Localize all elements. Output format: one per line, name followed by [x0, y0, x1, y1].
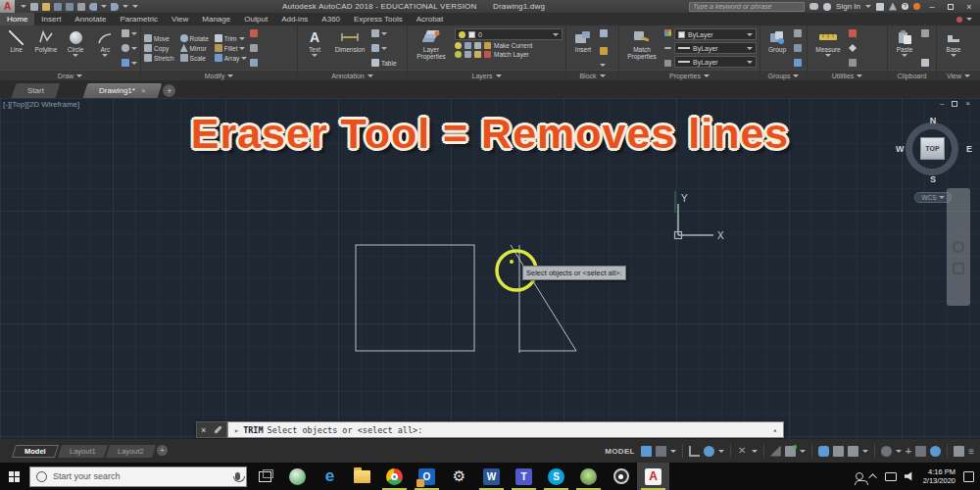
measure-tool[interactable]: Measure	[810, 27, 846, 69]
panel-label-modify[interactable]: Modify	[141, 70, 297, 80]
make-current-label[interactable]: Make Current	[494, 42, 532, 49]
stretch-tool[interactable]: Stretch	[144, 54, 174, 62]
navigation-wheel-icon[interactable]	[953, 197, 964, 209]
layer-off-icon[interactable]	[455, 42, 462, 49]
ungroup-icon[interactable]	[794, 29, 802, 37]
line-tool[interactable]: Line	[3, 27, 29, 69]
measure-caret-icon[interactable]	[825, 54, 831, 57]
open-icon[interactable]	[42, 3, 50, 11]
rectangle-object[interactable]	[356, 245, 474, 351]
text-caret-icon[interactable]	[312, 54, 318, 57]
mirror-tool[interactable]: Mirror	[180, 44, 209, 52]
rectangle-icon[interactable]	[122, 29, 129, 37]
autodesk-a-icon[interactable]	[889, 3, 897, 11]
taskbar-app-outlook[interactable]: O	[411, 463, 443, 490]
paste-caret-icon[interactable]	[902, 54, 907, 57]
save-icon[interactable]	[54, 3, 62, 11]
polar-caret-icon[interactable]	[718, 450, 724, 453]
taskbar-search[interactable]	[29, 466, 247, 487]
minimize-button[interactable]: –	[925, 1, 939, 12]
panel-label-properties[interactable]: Properties	[619, 70, 760, 80]
move-tool[interactable]: Move	[144, 34, 174, 42]
ribbon-tab-express-tools[interactable]: Express Tools	[347, 13, 410, 25]
notification-dot-icon[interactable]	[913, 3, 920, 10]
dimension-tool[interactable]: Dimension	[331, 27, 368, 69]
ribbon-tab-manage[interactable]: Manage	[195, 13, 237, 25]
arc-caret-icon[interactable]	[102, 54, 108, 57]
trim-tool[interactable]: Trim	[215, 34, 248, 42]
linetype-dropdown[interactable]: ByLayer	[674, 56, 757, 68]
plot-icon[interactable]	[77, 3, 85, 11]
task-view-icon[interactable]	[259, 471, 271, 482]
hatch-icon[interactable]	[122, 59, 129, 67]
group-selection-icon[interactable]	[794, 59, 802, 67]
layer-match-icon[interactable]	[484, 51, 491, 58]
redo-caret-icon[interactable]	[122, 5, 128, 8]
color-wheel-icon[interactable]	[664, 29, 671, 36]
showmotion-icon[interactable]	[953, 285, 964, 297]
volume-icon[interactable]	[905, 471, 915, 481]
fillet-caret-icon[interactable]	[239, 47, 245, 50]
drawing-canvas[interactable]: [-][Top][2D Wireframe] – × Eraser Tool =…	[0, 98, 980, 439]
undo-caret-icon[interactable]	[101, 5, 107, 8]
linetype-list-icon[interactable]	[664, 60, 671, 67]
command-history-caret-icon[interactable]: ▴	[773, 426, 777, 434]
edit-block-icon[interactable]	[600, 47, 608, 55]
offset-icon[interactable]	[250, 59, 258, 67]
linear-dimension-icon[interactable]	[371, 29, 379, 37]
people-tray-icon[interactable]	[856, 472, 863, 480]
base-tool[interactable]: Base	[940, 27, 967, 69]
hatch-caret-icon[interactable]	[131, 62, 137, 65]
file-tab-drawing1[interactable]: Drawing1* ×	[82, 83, 161, 98]
new-drawing-tab-button[interactable]: +	[163, 84, 175, 97]
ortho-mode-icon[interactable]	[689, 446, 700, 457]
file-tab-close-icon[interactable]: ×	[141, 86, 146, 95]
panel-label-draw[interactable]: Draw	[0, 70, 140, 80]
ellipse-caret-icon[interactable]	[131, 47, 137, 50]
orbit-icon[interactable]	[953, 263, 964, 274]
text-tool[interactable]: A Text	[301, 27, 328, 69]
sign-in-link[interactable]: Sign In	[836, 2, 860, 11]
model-space-label[interactable]: MODEL	[605, 447, 634, 456]
panel-label-view[interactable]: View	[937, 70, 980, 80]
ribbon-tab-addins[interactable]: Add-ins	[274, 13, 315, 25]
cut-icon[interactable]	[921, 29, 929, 37]
save-as-icon[interactable]	[66, 3, 74, 11]
ribbon-tab-parametric[interactable]: Parametric	[113, 13, 165, 25]
trim-caret-icon[interactable]	[239, 37, 245, 40]
close-button[interactable]: ×	[962, 1, 976, 12]
command-customize-wrench-icon[interactable]	[214, 425, 221, 433]
new-layout-button[interactable]: +	[157, 445, 168, 456]
layer-make-current-icon[interactable]	[484, 42, 491, 49]
microphone-icon[interactable]	[235, 472, 240, 480]
viewcube-top-face[interactable]: TOP	[920, 137, 945, 160]
viewcube-west[interactable]: W	[896, 144, 905, 154]
isometric-drafting-icon[interactable]: ✕	[737, 446, 748, 457]
match-properties-tool[interactable]: Match Properties	[622, 27, 662, 69]
insert-tool[interactable]: Insert	[569, 27, 597, 69]
paste-tool[interactable]: Paste	[891, 27, 918, 69]
action-center-icon[interactable]	[963, 471, 974, 482]
undo-icon[interactable]	[89, 3, 97, 11]
layer-freeze-icon[interactable]	[465, 42, 471, 49]
taskbar-app-word[interactable]: W	[475, 463, 508, 490]
maximize-button[interactable]	[944, 1, 957, 12]
taskbar-app-settings[interactable]: ⚙	[443, 463, 475, 490]
customization-menu-icon[interactable]: ≡	[968, 446, 974, 457]
triangle-hypotenuse-line[interactable]	[511, 245, 576, 351]
record-icon[interactable]	[956, 17, 962, 23]
annotation-visibility-icon[interactable]	[818, 446, 829, 457]
quick-calc-icon[interactable]	[849, 59, 857, 67]
circle-caret-icon[interactable]	[73, 54, 78, 57]
taskbar-app-autocad[interactable]: A	[637, 463, 669, 490]
ribbon-display-caret-icon[interactable]	[966, 18, 972, 21]
taskbar-app-explorer[interactable]	[346, 463, 378, 490]
new-drawing-icon[interactable]	[30, 3, 38, 11]
copy-tool[interactable]: Copy	[144, 44, 174, 52]
layer-walk-icon[interactable]	[474, 51, 481, 58]
command-input[interactable]: ▸ TRIM Select objects or <select all>: ▴	[227, 421, 784, 438]
start-button[interactable]	[0, 463, 27, 490]
panel-label-block[interactable]: Block	[566, 70, 618, 80]
layer-unisolate-icon[interactable]	[465, 51, 471, 58]
file-tab-start[interactable]: Start	[12, 83, 61, 98]
